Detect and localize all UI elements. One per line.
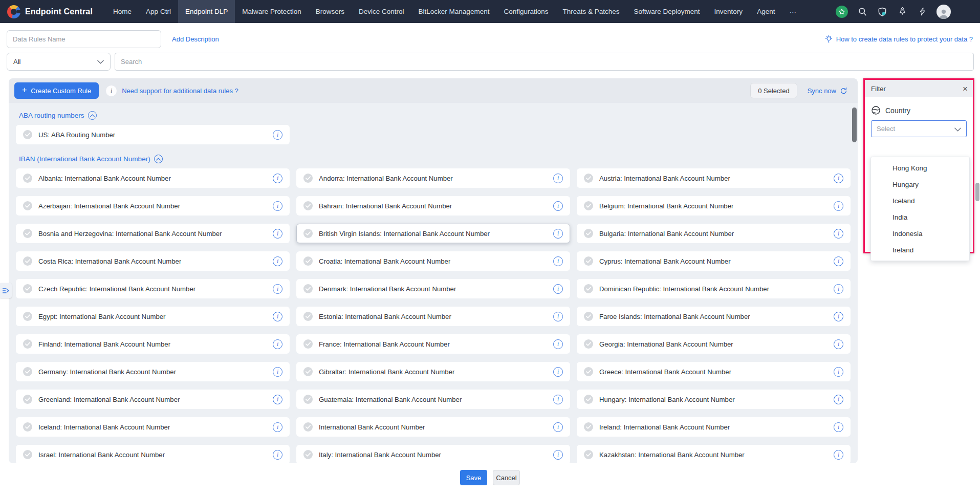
info-icon[interactable]: i bbox=[106, 85, 117, 96]
check-circle-icon[interactable] bbox=[303, 367, 313, 376]
rule-info-icon[interactable]: i bbox=[553, 201, 563, 211]
rule-card[interactable]: Iceland: International Bank Account Numb… bbox=[16, 417, 290, 437]
rule-info-icon[interactable]: i bbox=[553, 339, 563, 349]
check-circle-icon[interactable] bbox=[303, 395, 313, 404]
rule-card[interactable]: British Virgin Islands: International Ba… bbox=[296, 224, 570, 243]
rule-card[interactable]: Georgia: International Bank Account Numb… bbox=[577, 334, 851, 354]
apps-grid-icon[interactable] bbox=[960, 6, 971, 17]
rule-card[interactable]: Ireland: International Bank Account Numb… bbox=[577, 417, 851, 437]
rule-card[interactable]: Azerbaijan: International Bank Account N… bbox=[16, 196, 290, 216]
user-avatar[interactable] bbox=[937, 5, 951, 19]
nav-item-agent[interactable]: Agent bbox=[750, 0, 782, 23]
nav-item-software-deployment[interactable]: Software Deployment bbox=[627, 0, 707, 23]
rule-card[interactable]: Denmark: International Bank Account Numb… bbox=[296, 279, 570, 298]
rule-card[interactable]: Egypt: International Bank Account Number… bbox=[16, 307, 290, 326]
rule-card[interactable]: Bahrain: International Bank Account Numb… bbox=[296, 196, 570, 216]
country-select[interactable]: Select bbox=[871, 120, 967, 137]
check-circle-icon[interactable] bbox=[23, 312, 32, 321]
rule-card[interactable]: Gibraltar: International Bank Account Nu… bbox=[296, 362, 570, 381]
nav-item-home[interactable]: Home bbox=[106, 0, 139, 23]
rule-info-icon[interactable]: i bbox=[273, 256, 282, 266]
rule-card[interactable]: Costa Rica: International Bank Account N… bbox=[16, 251, 290, 271]
check-circle-icon[interactable] bbox=[584, 339, 593, 349]
nav-item-threats-patches[interactable]: Threats & Patches bbox=[555, 0, 626, 23]
create-custom-rule-button[interactable]: + Create Custom Rule bbox=[14, 82, 99, 99]
side-panel-toggle[interactable] bbox=[0, 283, 12, 298]
rule-info-icon[interactable]: i bbox=[834, 284, 843, 294]
rule-info-icon[interactable]: i bbox=[834, 395, 843, 404]
check-circle-icon[interactable] bbox=[303, 174, 313, 183]
country-option-indonesia[interactable]: Indonesia bbox=[871, 225, 969, 242]
data-rules-name-input[interactable] bbox=[7, 30, 161, 48]
rule-info-icon[interactable]: i bbox=[273, 312, 282, 321]
additional-rules-support-link[interactable]: Need support for additional data rules ? bbox=[122, 87, 238, 95]
section-title[interactable]: ABA routing numbers bbox=[19, 112, 84, 119]
check-circle-icon[interactable] bbox=[584, 284, 593, 293]
rule-info-icon[interactable]: i bbox=[553, 422, 563, 432]
rule-card[interactable]: Bosnia and Herzegovina: International Ba… bbox=[16, 224, 290, 243]
rule-info-icon[interactable]: i bbox=[834, 312, 843, 321]
check-circle-icon[interactable] bbox=[303, 450, 313, 459]
rule-card[interactable]: Guatemala: International Bank Account Nu… bbox=[296, 390, 570, 409]
check-circle-icon[interactable] bbox=[303, 256, 313, 266]
nav-item-browsers[interactable]: Browsers bbox=[309, 0, 352, 23]
check-circle-icon[interactable] bbox=[584, 174, 593, 183]
rule-info-icon[interactable]: i bbox=[834, 256, 843, 266]
country-option-ireland[interactable]: Ireland bbox=[871, 242, 969, 258]
search-input[interactable] bbox=[115, 53, 974, 71]
check-circle-icon[interactable] bbox=[23, 284, 32, 293]
check-circle-icon[interactable] bbox=[584, 450, 593, 459]
check-circle-icon[interactable] bbox=[584, 422, 593, 432]
rule-card[interactable]: International Bank Account Numberi bbox=[296, 417, 570, 437]
rule-info-icon[interactable]: i bbox=[273, 395, 282, 404]
rule-info-icon[interactable]: i bbox=[553, 174, 563, 183]
rule-card[interactable]: Bulgaria: International Bank Account Num… bbox=[577, 224, 851, 243]
rule-card[interactable]: Finland: International Bank Account Numb… bbox=[16, 334, 290, 354]
rule-card[interactable]: Cyprus: International Bank Account Numbe… bbox=[577, 251, 851, 271]
rule-card[interactable]: Austria: International Bank Account Numb… bbox=[577, 168, 851, 188]
nav-item-configurations[interactable]: Configurations bbox=[496, 0, 555, 23]
rule-info-icon[interactable]: i bbox=[273, 284, 282, 294]
rule-card[interactable]: Estonia: International Bank Account Numb… bbox=[296, 307, 570, 326]
nav-item-bitlocker-management[interactable]: BitLocker Management bbox=[411, 0, 497, 23]
rule-info-icon[interactable]: i bbox=[834, 339, 843, 349]
rule-info-icon[interactable]: i bbox=[834, 422, 843, 432]
section-title[interactable]: IBAN (International Bank Account Number) bbox=[19, 155, 150, 163]
lightning-icon[interactable] bbox=[917, 6, 928, 17]
check-circle-icon[interactable] bbox=[584, 256, 593, 266]
rule-info-icon[interactable]: i bbox=[553, 367, 563, 377]
check-circle-icon[interactable] bbox=[584, 395, 593, 404]
rule-card[interactable]: Kazakhstan: International Bank Account N… bbox=[577, 445, 851, 463]
check-circle-icon[interactable] bbox=[23, 256, 32, 266]
help-link[interactable]: How to create data rules to protect your… bbox=[825, 35, 973, 44]
collapse-section-icon[interactable] bbox=[88, 111, 97, 120]
check-circle-icon[interactable] bbox=[23, 367, 32, 376]
shield-privacy-icon[interactable] bbox=[877, 6, 888, 17]
check-circle-icon[interactable] bbox=[303, 339, 313, 349]
check-circle-icon[interactable] bbox=[303, 201, 313, 210]
rule-card[interactable]: Czech Republic: International Bank Accou… bbox=[16, 279, 290, 298]
rule-card[interactable]: Croatia: International Bank Account Numb… bbox=[296, 251, 570, 271]
rule-info-icon[interactable]: i bbox=[834, 367, 843, 377]
rule-info-icon[interactable]: i bbox=[834, 201, 843, 211]
check-circle-icon[interactable] bbox=[584, 367, 593, 376]
rule-card[interactable]: Greece: International Bank Account Numbe… bbox=[577, 362, 851, 381]
add-description-link[interactable]: Add Description bbox=[172, 35, 219, 43]
rule-card[interactable]: Belgium: International Bank Account Numb… bbox=[577, 196, 851, 216]
check-circle-icon[interactable] bbox=[23, 450, 32, 459]
rule-info-icon[interactable]: i bbox=[273, 201, 282, 211]
nav-item-inventory[interactable]: Inventory bbox=[707, 0, 750, 23]
nav-item-malware-protection[interactable]: Malware Protection bbox=[235, 0, 309, 23]
rule-card[interactable]: Albania: International Bank Account Numb… bbox=[16, 168, 290, 188]
sync-now-link[interactable]: Sync now bbox=[808, 87, 847, 95]
nav-item-device-control[interactable]: Device Control bbox=[352, 0, 411, 23]
check-circle-icon[interactable] bbox=[303, 312, 313, 321]
close-icon[interactable]: × bbox=[963, 84, 968, 93]
rule-info-icon[interactable]: i bbox=[273, 367, 282, 377]
rule-card[interactable]: Italy: International Bank Account Number… bbox=[296, 445, 570, 463]
rule-info-icon[interactable]: i bbox=[834, 229, 843, 239]
rule-info-icon[interactable]: i bbox=[553, 312, 563, 321]
rule-card[interactable]: Israel: International Bank Account Numbe… bbox=[16, 445, 290, 463]
brand[interactable]: Endpoint Central bbox=[0, 0, 106, 23]
rule-info-icon[interactable]: i bbox=[553, 395, 563, 404]
